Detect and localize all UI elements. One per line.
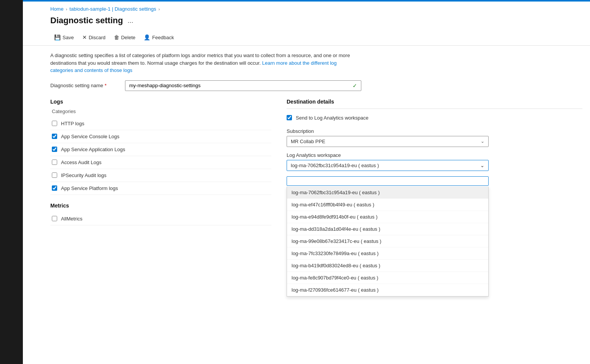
log-label: HTTP logs [61, 121, 84, 126]
dropdown-item[interactable]: log-ma-7062fbc31c954a19-eu ( eastus ) [287, 187, 488, 199]
log-checkbox[interactable] [52, 147, 57, 152]
sidebar [0, 0, 23, 304]
logs-section: Logs Categories HTTP logsApp Service Con… [50, 99, 271, 297]
log-label: App Service Platform logs [61, 185, 118, 191]
metric-item: AllMetrics [50, 212, 271, 225]
two-col-layout: Logs Categories HTTP logsApp Service Con… [50, 99, 582, 297]
save-label: Save [63, 35, 74, 40]
log-checkbox[interactable] [52, 121, 57, 126]
log-label: Access Audit Logs [61, 160, 101, 165]
page-title-ellipsis[interactable]: ... [128, 17, 133, 25]
log-checkbox[interactable] [52, 172, 57, 178]
metrics-title: Metrics [50, 203, 271, 209]
log-item: App Service Application Logs [50, 143, 271, 156]
subscription-value: MR Collab PPE [291, 139, 325, 144]
metrics-checkboxes: AllMetrics [50, 212, 271, 225]
log-item: IPSecurity Audit logs [50, 169, 271, 182]
breadcrumb-home[interactable]: Home [50, 6, 64, 12]
diagnostic-name-row: Diagnostic setting name * ✓ [50, 80, 582, 91]
page-title-row: Diagnostic setting ... [23, 14, 590, 30]
workspace-field: Log Analytics workspace log-ma-7062fbc31… [287, 152, 582, 171]
dropdown-item[interactable]: log-ma-b419df0d83024ed8-eu ( eastus ) [287, 260, 488, 272]
feedback-label: Feedback [152, 35, 174, 40]
log-label: App Service Console Logs [61, 134, 119, 139]
description: A diagnostic setting specifies a list of… [50, 52, 355, 74]
log-checkbox[interactable] [52, 134, 57, 139]
log-analytics-label: Send to Log Analytics workspace [296, 115, 369, 121]
toolbar: 💾 Save ✕ Discard 🗑 Delete 👤 Feedback [23, 30, 590, 46]
metric-checkbox[interactable] [52, 216, 57, 221]
metric-label: AllMetrics [61, 216, 82, 222]
feedback-button[interactable]: 👤 Feedback [140, 32, 178, 42]
breadcrumb: Home › tabiodun-sample-1 | Diagnostic se… [23, 2, 590, 14]
delete-button[interactable]: 🗑 Delete [110, 32, 139, 42]
dropdown-item[interactable]: log-ma-f270936fce614677-eu ( eastus ) [287, 284, 488, 296]
workspace-search-box[interactable] [287, 176, 489, 186]
dropdown-item[interactable]: log-ma-99e08b67e323417c-eu ( eastus ) [287, 235, 488, 247]
dropdown-item[interactable]: log-ma-ef47c16fff0b4f49-eu ( eastus ) [287, 199, 488, 211]
workspace-search-input[interactable] [290, 178, 485, 184]
dropdown-item[interactable]: log-ma-7fc33230fe78499a-eu ( eastus ) [287, 247, 488, 260]
workspace-chevron: ⌄ [480, 163, 484, 168]
log-label: App Service Application Logs [61, 147, 125, 152]
dropdown-item[interactable]: log-ma-dd318a2da1d04f4e-eu ( eastus ) [287, 223, 488, 235]
content: A diagnostic setting specifies a list of… [23, 46, 590, 304]
destination-section: Destination details Send to Log Analytic… [287, 99, 582, 297]
discard-label: Discard [89, 35, 106, 40]
subscription-field: Subscription MR Collab PPE ⌄ [287, 128, 582, 147]
log-analytics-option: Send to Log Analytics workspace [287, 115, 582, 121]
breadcrumb-sep-1: › [66, 7, 67, 11]
feedback-icon: 👤 [144, 34, 150, 40]
workspace-dropdown-list: log-ma-7062fbc31c954a19-eu ( eastus )log… [287, 187, 489, 297]
diagnostic-name-input-wrapper[interactable]: ✓ [125, 80, 361, 91]
log-item: HTTP logs [50, 117, 271, 130]
discard-icon: ✕ [82, 34, 87, 40]
log-checkbox[interactable] [52, 160, 57, 165]
log-item: App Service Console Logs [50, 130, 271, 143]
dropdown-item[interactable]: log-ma-e94d8fe9df914b0f-eu ( eastus ) [287, 211, 488, 223]
log-analytics-checkbox[interactable] [287, 115, 292, 120]
subscription-dropdown[interactable]: MR Collab PPE ⌄ [287, 136, 489, 147]
subscription-chevron: ⌄ [481, 139, 484, 144]
diagnostic-name-input[interactable] [129, 83, 353, 88]
workspace-label: Log Analytics workspace [287, 152, 582, 158]
log-item: Access Audit Logs [50, 156, 271, 169]
discard-button[interactable]: ✕ Discard [79, 32, 109, 42]
delete-label: Delete [121, 35, 136, 40]
workspace-value: log-ma-7062fbc31c954a19-eu ( eastus ) [291, 163, 379, 168]
log-item: App Service Platform logs [50, 182, 271, 195]
check-icon: ✓ [353, 83, 357, 89]
metrics-section: Metrics AllMetrics [50, 203, 271, 225]
breadcrumb-parent[interactable]: tabiodun-sample-1 | Diagnostic settings [69, 6, 156, 12]
log-checkbox[interactable] [52, 185, 57, 191]
categories-title: Categories [50, 109, 271, 114]
save-icon: 💾 [54, 34, 61, 40]
logs-checkboxes: HTTP logsApp Service Console LogsApp Ser… [50, 117, 271, 195]
workspace-dropdown[interactable]: log-ma-7062fbc31c954a19-eu ( eastus ) ⌄ [287, 160, 489, 171]
dropdown-item[interactable]: log-ma-fe8c907bd79f4ce0-eu ( eastus ) [287, 272, 488, 284]
dropdown-items-container: log-ma-7062fbc31c954a19-eu ( eastus )log… [287, 187, 488, 296]
breadcrumb-sep-2: › [159, 7, 160, 11]
destination-title: Destination details [287, 99, 582, 109]
log-label: IPSecurity Audit logs [61, 172, 106, 178]
page-title: Diagnostic setting [50, 16, 123, 26]
delete-icon: 🗑 [114, 34, 119, 40]
diagnostic-name-label: Diagnostic setting name * [50, 83, 119, 88]
save-button[interactable]: 💾 Save [50, 32, 78, 42]
logs-title: Logs [50, 99, 271, 105]
subscription-label: Subscription [287, 128, 582, 134]
